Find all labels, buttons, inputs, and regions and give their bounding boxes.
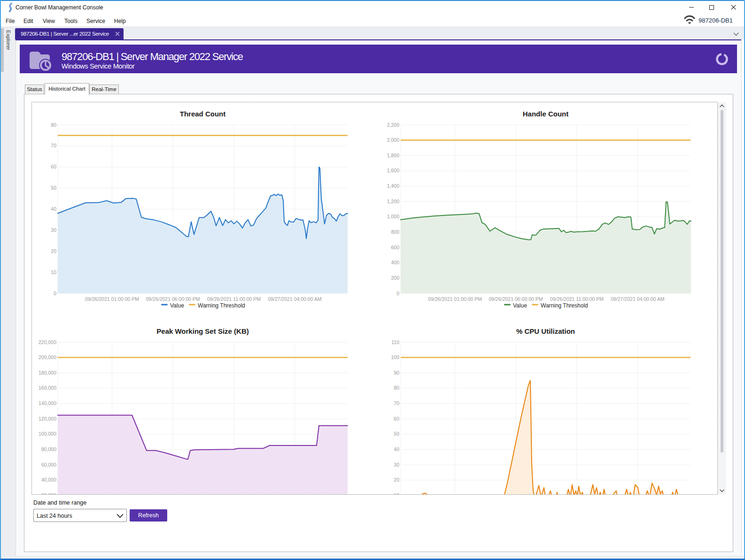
svg-text:50: 50: [51, 185, 56, 191]
svg-text:70: 70: [51, 143, 56, 148]
svg-text:1,000: 1,000: [387, 214, 399, 219]
svg-text:20: 20: [394, 477, 399, 483]
svg-text:Warning Threshold: Warning Threshold: [198, 302, 245, 309]
svg-text:90: 90: [394, 370, 399, 376]
svg-text:09/26/2021 11:00:00 PM: 09/26/2021 11:00:00 PM: [207, 296, 261, 302]
svg-text:20: 20: [51, 248, 56, 254]
svg-text:160,000: 160,000: [39, 385, 56, 391]
svg-text:Thread Count: Thread Count: [180, 110, 226, 118]
svg-text:80: 80: [51, 122, 56, 128]
svg-text:40,000: 40,000: [41, 477, 56, 483]
svg-text:100,000: 100,000: [39, 431, 56, 437]
svg-text:09/26/2021 06:00:00 PM: 09/26/2021 06:00:00 PM: [146, 296, 200, 302]
svg-text:220,000: 220,000: [39, 339, 56, 345]
svg-text:09/27/2021 04:00:00 AM: 09/27/2021 04:00:00 AM: [268, 296, 321, 302]
svg-text:30: 30: [394, 462, 399, 468]
svg-text:Value: Value: [513, 302, 527, 309]
svg-text:20,000: 20,000: [41, 492, 56, 494]
svg-text:80,000: 80,000: [41, 446, 56, 452]
svg-text:110: 110: [391, 339, 399, 345]
svg-text:Handle Count: Handle Count: [523, 110, 569, 118]
svg-text:09/27/2021 04:00:00 AM: 09/27/2021 04:00:00 AM: [611, 296, 664, 302]
svg-text:09/26/2021 01:00:00 PM: 09/26/2021 01:00:00 PM: [428, 296, 482, 302]
svg-text:70: 70: [394, 400, 399, 406]
svg-text:180,000: 180,000: [39, 370, 56, 376]
svg-text:0: 0: [396, 291, 399, 296]
svg-text:120,000: 120,000: [39, 416, 56, 422]
svg-text:40: 40: [51, 206, 56, 212]
svg-text:09/26/2021 11:00:00 PM: 09/26/2021 11:00:00 PM: [550, 296, 604, 302]
svg-text:60,000: 60,000: [41, 462, 56, 468]
svg-text:800: 800: [391, 229, 399, 235]
svg-text:40: 40: [394, 446, 399, 452]
svg-text:09/26/2021 01:00:00 PM: 09/26/2021 01:00:00 PM: [85, 296, 139, 302]
svg-text:10: 10: [394, 492, 399, 494]
svg-text:400: 400: [391, 260, 399, 265]
svg-text:09/26/2021 06:00:00 PM: 09/26/2021 06:00:00 PM: [489, 296, 543, 302]
svg-text:600: 600: [391, 245, 399, 250]
svg-text:60: 60: [51, 164, 56, 169]
svg-text:1,400: 1,400: [387, 183, 399, 189]
svg-text:1,600: 1,600: [387, 168, 399, 173]
svg-text:30: 30: [51, 227, 56, 233]
svg-text:% CPU Utilization: % CPU Utilization: [516, 327, 575, 335]
svg-text:80: 80: [394, 385, 399, 391]
svg-text:Value: Value: [170, 302, 184, 309]
svg-text:50: 50: [394, 431, 399, 437]
svg-text:140,000: 140,000: [39, 400, 56, 406]
svg-text:2,200: 2,200: [387, 122, 399, 128]
svg-text:60: 60: [394, 416, 399, 422]
svg-text:Peak Working Set Size (KB): Peak Working Set Size (KB): [156, 327, 248, 335]
svg-text:200,000: 200,000: [39, 354, 56, 360]
svg-text:10: 10: [51, 269, 56, 275]
svg-text:200: 200: [391, 275, 399, 281]
svg-text:100: 100: [391, 354, 399, 360]
svg-text:0: 0: [54, 291, 56, 296]
svg-text:Warning Threshold: Warning Threshold: [541, 302, 588, 309]
svg-text:2,000: 2,000: [387, 137, 399, 143]
svg-text:1,200: 1,200: [387, 199, 399, 204]
svg-text:1,800: 1,800: [387, 153, 399, 158]
